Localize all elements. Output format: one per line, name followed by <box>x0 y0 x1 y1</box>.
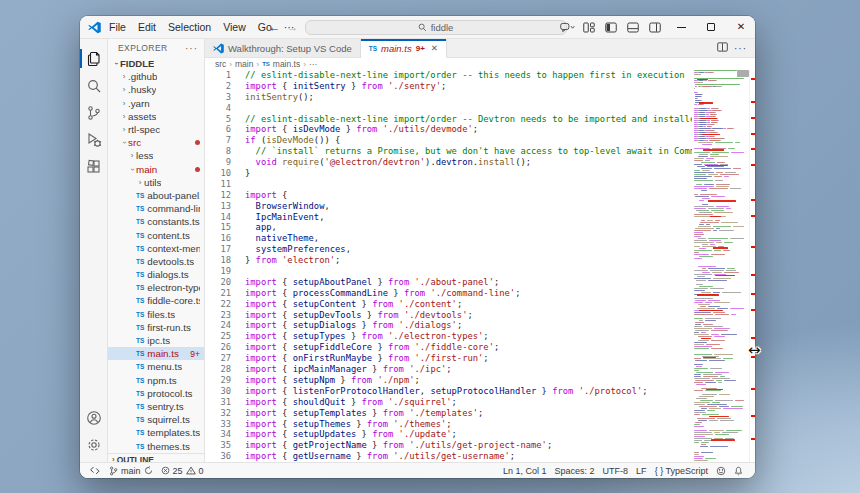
tree-item-themes-ts[interactable]: TSthemes.ts <box>108 439 204 452</box>
encoding[interactable]: UTF-8 <box>599 466 633 476</box>
branch-indicator[interactable]: main <box>105 466 157 476</box>
minimap[interactable] <box>692 70 749 462</box>
tree-item-src[interactable]: ›src <box>108 136 204 149</box>
tab-walkthrough[interactable]: Walkthrough: Setup VS Code <box>205 39 361 57</box>
error-mark <box>751 133 755 135</box>
extensions-icon[interactable] <box>80 153 108 180</box>
error-mark <box>751 246 755 248</box>
search-view-icon[interactable] <box>80 72 108 99</box>
breadcrumb-src[interactable]: src <box>215 59 226 69</box>
tree-item-files-ts[interactable]: TSfiles.ts <box>108 308 204 321</box>
accounts-icon[interactable] <box>80 404 108 431</box>
menu-go[interactable]: Go <box>252 19 278 35</box>
menu-more[interactable]: ··· <box>278 19 301 35</box>
tree-item-assets[interactable]: ›assets <box>108 110 204 123</box>
tree-item-dialogs-ts[interactable]: TSdialogs.ts <box>108 268 204 281</box>
tree-item-content-ts[interactable]: TScontent.ts <box>108 228 204 241</box>
tree-item-protocol-ts[interactable]: TSprotocol.ts <box>108 387 204 400</box>
notifications-bell-icon[interactable] <box>730 466 747 476</box>
tree-item-ipc-ts[interactable]: TSipc.ts <box>108 334 204 347</box>
code-line-17: 17 systemPreferences, <box>205 244 692 255</box>
editor[interactable]: 1// eslint-disable-next-line import/orde… <box>205 70 755 462</box>
tree-item-devtools-ts[interactable]: TSdevtools.ts <box>108 255 204 268</box>
tree-item-fiddle-core-ts[interactable]: TSfiddle-core.ts <box>108 294 204 307</box>
toggle-primary-sidebar-icon[interactable] <box>601 18 621 36</box>
language-mode[interactable]: { } TypeScript <box>651 466 712 476</box>
line-text: import { ipcMainManager } from './ipc'; <box>231 364 692 375</box>
explorer-sidebar: EXPLORER ··· ›FIDDLE›.github›.husky›.yar… <box>108 39 205 462</box>
tree-item-label: content.ts <box>147 230 189 241</box>
line-number: 17 <box>205 244 231 255</box>
minimize-button[interactable] <box>667 16 695 38</box>
tree-item-squirrel-ts[interactable]: TSsquirrel.ts <box>108 413 204 426</box>
settings-gear-icon[interactable] <box>80 431 108 458</box>
tree-item-sentry-ts[interactable]: TSsentry.ts <box>108 400 204 413</box>
code-area[interactable]: 1// eslint-disable-next-line import/orde… <box>205 70 692 462</box>
chat-dropdown-icon[interactable] <box>557 18 577 36</box>
tree-item-templates-ts[interactable]: TStemplates.ts <box>108 426 204 439</box>
maximize-button[interactable] <box>697 16 725 38</box>
menu-file[interactable]: File <box>103 19 132 35</box>
toggle-secondary-sidebar-icon[interactable] <box>645 18 665 36</box>
title-bar[interactable]: FileEditSelectionViewGo··· ← → fiddle <box>80 16 755 39</box>
run-debug-icon[interactable] <box>80 126 108 153</box>
code-line-19: 19 <box>205 266 692 277</box>
tree-item-electron-types-ts[interactable]: TSelectron-types.ts <box>108 281 204 294</box>
split-editor-icon[interactable] <box>717 42 728 54</box>
line-number: 33 <box>205 419 231 430</box>
tree-item-command-line-ts[interactable]: TScommand-line.ts <box>108 202 204 215</box>
tree-item-rtl-spec[interactable]: ›rtl-spec <box>108 123 204 136</box>
tree-item-first-run-ts[interactable]: TSfirst-run.ts <box>108 321 204 334</box>
typescript-file-icon: TS <box>136 416 144 423</box>
tab-main-ts[interactable]: TS main.ts 9+ ✕ <box>361 39 447 58</box>
tree-item-about-panel-ts[interactable]: TSabout-panel.ts <box>108 189 204 202</box>
breadcrumb-main-ts[interactable]: main.ts <box>273 59 300 69</box>
tab-close-icon[interactable]: ✕ <box>431 43 438 53</box>
code-line-15: 15 app, <box>205 222 692 233</box>
tree-item-fiddle[interactable]: ›FIDDLE <box>108 57 204 70</box>
eol-sequence[interactable]: LF <box>632 466 651 476</box>
code-line-13: 13 BrowserWindow, <box>205 201 692 212</box>
scrollbar-thumb[interactable] <box>737 70 749 77</box>
tree-item-context-menu-ts[interactable]: TScontext-menu.ts <box>108 242 204 255</box>
explorer-more-actions[interactable]: ··· <box>185 43 198 54</box>
tree-item--github[interactable]: ›.github <box>108 70 204 83</box>
command-center-search[interactable]: fiddle <box>305 20 567 35</box>
breadcrumb-symbol-ellipsis[interactable]: ··· <box>309 59 318 69</box>
feedback-smiley-icon[interactable] <box>712 466 730 476</box>
toggle-panel-icon[interactable] <box>623 18 643 36</box>
editor-more-actions-icon[interactable]: ··· <box>734 43 747 54</box>
menu-edit[interactable]: Edit <box>132 19 162 35</box>
tree-item-npm-ts[interactable]: TSnpm.ts <box>108 374 204 387</box>
typescript-file-icon: TS <box>136 324 144 331</box>
editor-layout-icon[interactable] <box>579 18 599 36</box>
tab-bar: Walkthrough: Setup VS Code TS main.ts 9+… <box>205 39 755 58</box>
tree-item-main-ts[interactable]: TSmain.ts9+ <box>108 347 204 360</box>
line-text: // eslint-disable-next-line import/order… <box>231 114 692 125</box>
tree-item-constants-ts[interactable]: TSconstants.ts <box>108 215 204 228</box>
remote-indicator[interactable] <box>86 466 105 475</box>
explorer-icon[interactable] <box>80 45 108 72</box>
indentation[interactable]: Spaces: 2 <box>551 466 599 476</box>
tree-item-label: src <box>128 137 141 148</box>
menu-view[interactable]: View <box>217 19 252 35</box>
menu-selection[interactable]: Selection <box>162 19 217 35</box>
tree-item-utils[interactable]: ›utils <box>108 176 204 189</box>
close-button[interactable]: ✕ <box>727 16 755 38</box>
branch-icon <box>109 466 118 476</box>
maximize-icon <box>707 23 715 31</box>
tree-item--yarn[interactable]: ›.yarn <box>108 97 204 110</box>
tree-item--husky[interactable]: ›.husky <box>108 83 204 96</box>
breadcrumb-main-folder[interactable]: main <box>235 59 253 69</box>
tree-item-main[interactable]: ›main <box>108 163 204 176</box>
tree-item-menu-ts[interactable]: TSmenu.ts <box>108 360 204 373</box>
breadcrumb[interactable]: src › main › TS main.ts › ··· <box>205 58 755 70</box>
cursor-position[interactable]: Ln 1, Col 1 <box>499 466 551 476</box>
line-text: void require('@electron/devtron').devtro… <box>231 157 692 168</box>
code-line-35: 35import { getProjectName } from './util… <box>205 440 692 451</box>
source-control-icon[interactable] <box>80 99 108 126</box>
chevron-right-icon: › <box>128 151 136 160</box>
tree-item-less[interactable]: ›less <box>108 149 204 162</box>
problems-indicator[interactable]: 25 0 <box>157 466 208 476</box>
section-outline[interactable]: ›OUTLINE <box>108 453 204 462</box>
